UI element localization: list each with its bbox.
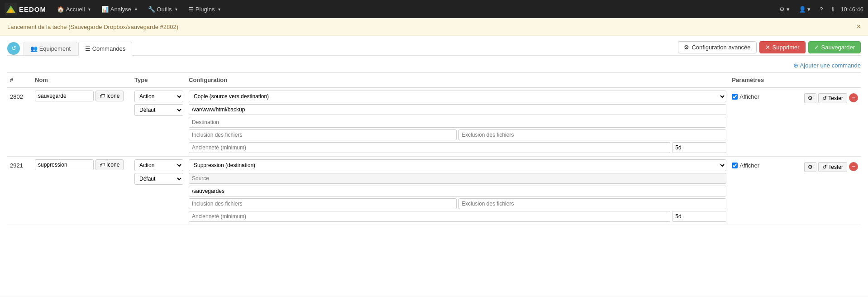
nav-accueil[interactable]: 🏠 Accueil ▾ (52, 0, 95, 18)
tag-icon: 🏷 (100, 162, 105, 168)
header-type: Type (132, 73, 186, 88)
navbar-right: ⚙ ▾ 👤 ▾ ? ℹ 10:46:46 (777, 4, 863, 14)
header-nom: Nom (32, 73, 132, 88)
caret-icon: ▾ (218, 7, 220, 12)
row-params-cell-2921: Afficher (729, 156, 801, 225)
row-actions-cell-2921: ⚙ ↺ Tester − (801, 156, 861, 225)
config-excl-input-2921[interactable] (458, 198, 726, 209)
plugins-icon: ☰ (188, 6, 194, 13)
config-avancee-btn[interactable]: ⚙ Configuration avancée (678, 41, 756, 53)
tab-commandes[interactable]: ☰ Commandes (78, 42, 132, 56)
user-icon-btn[interactable]: 👤 ▾ (796, 4, 814, 14)
equipement-icon: 👥 (30, 45, 38, 52)
config-ancien-val-2921[interactable] (672, 211, 726, 222)
row-id-2921: 2921 (7, 156, 32, 225)
remove-btn-2921[interactable]: − (849, 162, 858, 171)
time-display: 10:46:46 (840, 6, 863, 13)
row-id-2802: 2802 (7, 87, 32, 156)
type-action-select-2802[interactable]: Action (134, 91, 183, 102)
config-source-disabled-2921 (189, 173, 726, 184)
alert-message: Lancement de la tache (Sauvegarde Dropbo… (7, 24, 178, 30)
gear-btn-2921[interactable]: ⚙ (804, 162, 816, 172)
header-hash: # (7, 73, 32, 88)
config-type-select-2802[interactable]: Copie (source vers destination) (189, 91, 726, 102)
svg-rect-3 (10, 10, 12, 13)
commands-table: # Nom Type Configuration Paramètres 2802… (7, 72, 861, 225)
navbar: EEDOM 🏠 Accueil ▾ 📊 Analyse ▾ 🔧 Outils ▾… (0, 0, 868, 18)
config-ancien-input-2802[interactable] (189, 142, 670, 153)
tools-icon: 🔧 (148, 6, 155, 13)
row-config-cell-2802: Copie (source vers destination) (186, 87, 729, 156)
tabs-row: ↺ 👥 Equipement ☰ Commandes ⚙ Configurati… (7, 41, 861, 56)
tab-actions: ⚙ Configuration avancée ✕ Supprimer ✓ Sa… (678, 41, 861, 53)
afficher-label-2802: Afficher (732, 93, 759, 100)
config-dest-input-2802[interactable] (189, 117, 726, 128)
config-path-input-2802[interactable] (189, 104, 726, 115)
table-row: 2802 🏷 Icone Action (7, 87, 861, 156)
row-params-cell-2802: Afficher (729, 87, 801, 156)
brand-logo-icon (5, 3, 17, 15)
config-ancien-val-2802[interactable] (672, 142, 726, 153)
supprimer-btn[interactable]: ✕ Supprimer (759, 41, 806, 53)
afficher-checkbox-2802[interactable] (732, 94, 738, 100)
commandes-icon: ☰ (85, 45, 91, 52)
header-config: Configuration (186, 73, 729, 88)
gear-icon: ⚙ (684, 44, 689, 51)
tester-btn-2802[interactable]: ↺ Tester (818, 93, 847, 103)
header-actions (801, 73, 861, 88)
config-incl-input-2802[interactable] (189, 129, 457, 140)
config-path-input-2921[interactable] (189, 186, 726, 196)
table-row: 2921 🏷 Icone Action (7, 156, 861, 225)
icon-tag-btn-2921[interactable]: 🏷 Icone (95, 159, 124, 170)
row-name-cell-2802: 🏷 Icone (32, 87, 132, 156)
sauvegarder-btn[interactable]: ✓ Sauvegarder (808, 41, 861, 53)
caret-icon: ▾ (135, 7, 137, 12)
caret-icon: ▾ (175, 7, 177, 12)
refresh-small-icon: ↺ (822, 164, 827, 170)
nav-plugins[interactable]: ☰ Plugins ▾ (184, 0, 225, 18)
row-config-cell-2921: Suppression (destination) (186, 156, 729, 225)
info-icon-btn[interactable]: ℹ (829, 4, 837, 14)
plus-circle-icon: ⊕ (793, 62, 798, 69)
icon-tag-btn-2802[interactable]: 🏷 Icone (95, 91, 124, 101)
times-icon: ✕ (765, 44, 770, 51)
check-icon: ✓ (814, 44, 819, 51)
gear-btn-2802[interactable]: ⚙ (804, 93, 816, 103)
config-ancien-input-2921[interactable] (189, 211, 670, 222)
config-incl-input-2921[interactable] (189, 198, 457, 209)
type-action-select-2921[interactable]: Action (134, 159, 183, 171)
row-type-cell-2802: Action Défaut (132, 87, 186, 156)
refresh-small-icon: ↺ (822, 95, 827, 101)
main-content: ↺ 👥 Equipement ☰ Commandes ⚙ Configurati… (0, 36, 868, 297)
brand-name: EEDOM (19, 5, 46, 13)
nav-outils[interactable]: 🔧 Outils ▾ (143, 0, 182, 18)
name-input-2921[interactable] (35, 159, 94, 170)
name-input-2802[interactable] (35, 91, 94, 101)
afficher-label-2921: Afficher (732, 162, 759, 169)
add-command-btn[interactable]: ⊕ Ajouter une commande (793, 62, 861, 69)
nav-analyse[interactable]: 📊 Analyse ▾ (97, 0, 142, 18)
afficher-checkbox-2921[interactable] (732, 163, 738, 168)
row-actions-cell-2802: ⚙ ↺ Tester − (801, 87, 861, 156)
header-params: Paramètres (729, 73, 801, 88)
config-type-select-2921[interactable]: Suppression (destination) (189, 159, 726, 171)
type-default-select-2921[interactable]: Défaut (134, 173, 183, 185)
row-type-cell-2921: Action Défaut (132, 156, 186, 225)
tab-equipement[interactable]: 👥 Equipement (24, 42, 77, 55)
settings-icon-btn[interactable]: ⚙ ▾ (777, 4, 792, 14)
alert-close-btn[interactable]: × (857, 23, 861, 31)
remove-btn-2802[interactable]: − (849, 93, 858, 102)
caret-icon: ▾ (88, 7, 91, 12)
tag-icon: 🏷 (100, 93, 105, 99)
analyse-icon: 📊 (101, 6, 109, 13)
alert-banner: Lancement de la tache (Sauvegarde Dropbo… (0, 18, 868, 36)
help-icon-btn[interactable]: ? (817, 4, 825, 14)
brand: EEDOM (5, 3, 46, 15)
row-name-cell-2921: 🏷 Icone (32, 156, 132, 225)
config-excl-input-2802[interactable] (458, 129, 726, 140)
tester-btn-2921[interactable]: ↺ Tester (818, 162, 847, 172)
home-icon: 🏠 (57, 6, 64, 13)
refresh-btn[interactable]: ↺ (7, 42, 20, 55)
type-default-select-2802[interactable]: Défaut (134, 104, 183, 116)
